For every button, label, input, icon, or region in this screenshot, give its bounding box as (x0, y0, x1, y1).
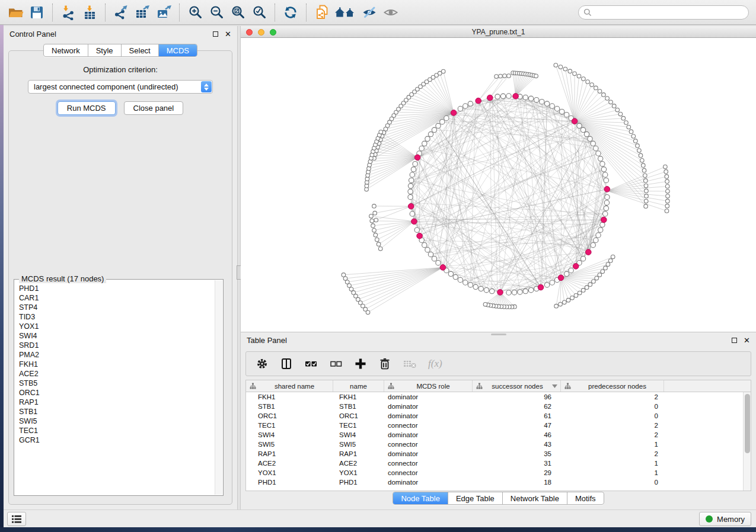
zoom-out-button[interactable] (206, 2, 227, 23)
mcds-result-item[interactable]: ORC1 (19, 388, 215, 398)
table-scrollbar[interactable] (743, 392, 751, 491)
delete-column-button[interactable] (378, 357, 391, 370)
mcds-result-item[interactable]: FKH1 (19, 360, 215, 369)
show-panels-button[interactable] (7, 512, 26, 526)
export-network-button[interactable] (110, 2, 132, 23)
import-table-button[interactable] (79, 2, 100, 23)
show-all-button[interactable] (380, 2, 401, 23)
mcds-result-item[interactable]: STB1 (19, 407, 215, 416)
open-file-button[interactable] (5, 2, 26, 23)
tab-edge-table[interactable]: Edge Table (448, 492, 502, 504)
add-column-button[interactable] (354, 357, 367, 370)
search-input[interactable] (578, 5, 749, 20)
column-header-name[interactable]: name (333, 380, 384, 392)
mcds-result-item[interactable]: SRD1 (19, 341, 215, 350)
close-panel-button[interactable]: Close panel (124, 101, 184, 115)
zoom-selected-button[interactable] (248, 2, 270, 23)
optimization-select[interactable]: largest connected component (undirected) (28, 80, 213, 94)
home-button[interactable] (333, 2, 359, 23)
network-window-titlebar[interactable]: YPA_prune.txt_1 (241, 26, 756, 38)
column-header-predecessor-nodes[interactable]: predecessor nodes (561, 380, 664, 392)
table-rows: FKH1FKH1dominator962STB1STB1dominator620… (246, 392, 751, 487)
mcds-result-item[interactable]: GCR1 (19, 435, 215, 445)
tab-network-table[interactable]: Network Table (502, 492, 567, 504)
mcds-result-item[interactable]: TID3 (19, 312, 215, 322)
toolbar-separator (275, 4, 275, 21)
table-row[interactable]: SWI5SWI5connector431 (246, 440, 751, 449)
mcds-result-list: PHD1CAR1STP4TID3YOX1SWI4SRD1PMA2FKH1ACE2… (15, 281, 215, 495)
table-cell: 1 (561, 460, 664, 467)
close-window-icon[interactable] (246, 29, 253, 36)
tab-mcds[interactable]: MCDS (158, 44, 197, 56)
column-header-MCDS-role[interactable]: MCDS role (384, 380, 473, 392)
table-cell: 2 (561, 431, 664, 438)
tab-select[interactable]: Select (121, 44, 158, 56)
maximize-window-icon[interactable] (270, 29, 276, 36)
tab-network[interactable]: Network (44, 44, 88, 56)
table-cell: FKH1 (333, 393, 384, 400)
mcds-result-item[interactable]: PHD1 (19, 284, 215, 293)
desktop-background (0, 527, 756, 532)
table-cell: 43 (473, 441, 561, 448)
close-panel-icon[interactable]: ✕ (744, 336, 750, 344)
float-panel-icon[interactable] (213, 31, 218, 37)
network-canvas[interactable] (241, 38, 756, 332)
memory-button[interactable]: Memory (699, 512, 751, 526)
zoom-fit-button[interactable] (227, 2, 248, 23)
table-cell: STB1 (246, 403, 333, 410)
mcds-result-item[interactable]: SWI5 (19, 416, 215, 426)
mcds-result-item[interactable]: YOX1 (19, 322, 215, 331)
zoom-in-icon (188, 5, 203, 20)
table-row[interactable]: STB1STB1dominator620 (246, 402, 751, 411)
table-settings-button[interactable] (256, 357, 269, 370)
table-row[interactable]: ACE2ACE2connector311 (246, 459, 751, 468)
mcds-result-item[interactable]: CAR1 (19, 293, 215, 303)
table-cell: 2 (561, 422, 664, 429)
table-row[interactable]: ORC1ORC1dominator610 (246, 411, 751, 421)
table-row[interactable]: PHD1PHD1dominator180 (246, 477, 751, 487)
network-window-title: YPA_prune.txt_1 (472, 28, 525, 36)
mcds-result-item[interactable]: PMA2 (19, 350, 215, 360)
table-row[interactable]: RAP1RAP1dominator352 (246, 449, 751, 459)
main-toolbar (0, 0, 756, 25)
table-row[interactable]: SWI4SWI4dominator462 (246, 430, 751, 440)
mcds-result-item[interactable]: STP4 (19, 303, 215, 312)
import-network-button[interactable] (58, 2, 79, 23)
select-stepper-icon (201, 81, 212, 92)
table-cell: connector (384, 469, 473, 476)
table-row[interactable]: TEC1TEC1connector472 (246, 421, 751, 430)
table-row[interactable]: YOX1YOX1connector291 (246, 468, 751, 477)
close-panel-icon[interactable]: ✕ (225, 30, 231, 38)
float-panel-icon[interactable] (732, 338, 737, 343)
refresh-button[interactable] (280, 2, 301, 23)
hide-selected-button[interactable] (359, 2, 380, 23)
export-table-icon (135, 5, 151, 20)
tab-style[interactable]: Style (88, 44, 121, 56)
mcds-result-item[interactable]: ACE2 (19, 369, 215, 379)
mcds-result-item[interactable]: TEC1 (19, 426, 215, 435)
select-all-button[interactable] (304, 357, 318, 370)
column-header-shared-name[interactable]: shared name (246, 380, 333, 392)
deselect-all-button[interactable] (329, 357, 343, 370)
export-image-button[interactable] (153, 2, 174, 23)
table-cell: YOX1 (333, 469, 384, 476)
table-row[interactable]: FKH1FKH1dominator962 (246, 392, 751, 402)
table-panel-grip[interactable] (491, 334, 506, 335)
export-table-button[interactable] (132, 2, 153, 23)
mcds-result-item[interactable]: RAP1 (19, 398, 215, 407)
result-list-scrollbar[interactable] (215, 280, 222, 495)
save-button[interactable] (26, 2, 47, 23)
show-columns-button[interactable] (280, 357, 293, 370)
table-scrollbar-thumb[interactable] (745, 394, 750, 453)
minimize-window-icon[interactable] (258, 29, 264, 36)
copy-network-button[interactable] (311, 2, 333, 23)
mcds-result-item[interactable]: SWI4 (19, 331, 215, 341)
table-cell: ORC1 (246, 412, 333, 419)
column-header-successor-nodes[interactable]: successor nodes (473, 380, 561, 392)
tab-motifs[interactable]: Motifs (567, 492, 604, 504)
search-box (578, 5, 749, 20)
tab-node-table[interactable]: Node Table (393, 492, 448, 504)
run-mcds-button[interactable]: Run MCDS (58, 101, 116, 115)
mcds-result-item[interactable]: STB5 (19, 379, 215, 388)
zoom-in-button[interactable] (184, 2, 206, 23)
